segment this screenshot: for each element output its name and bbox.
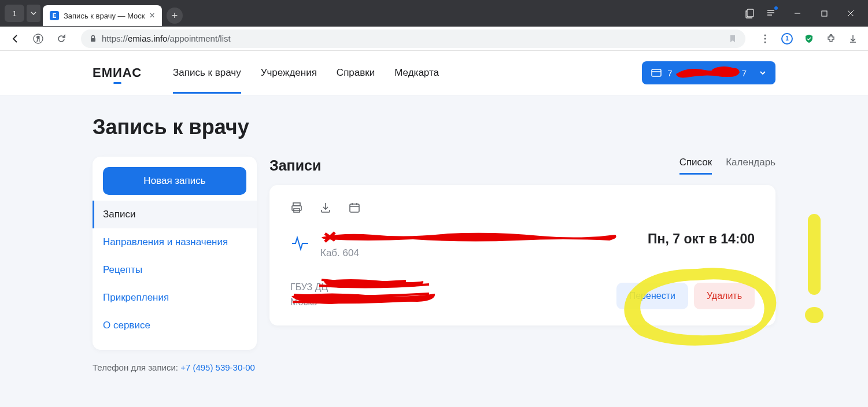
- phone-info: Телефон для записи: +7 (495) 539-30-00: [93, 362, 257, 372]
- collections-icon[interactable]: [742, 5, 758, 21]
- user-id-prefix: 7: [667, 68, 672, 78]
- extension-1password-icon[interactable]: 1: [779, 31, 795, 47]
- browser-tab-active[interactable]: Е Запись к врачу — Моск ×: [43, 5, 162, 26]
- sidebar-item-referrals[interactable]: Направления и назначения: [93, 228, 257, 256]
- tab-close-icon[interactable]: ×: [150, 10, 155, 21]
- site-logo[interactable]: ЕМИАС: [93, 65, 142, 80]
- appointment-room: Каб. 604: [320, 247, 620, 259]
- appointment-actions: Перенести Удалить: [616, 283, 755, 309]
- card-icon: [651, 69, 662, 77]
- svg-rect-3: [91, 38, 95, 42]
- sidebar-item-attachments[interactable]: Прикрепления: [93, 284, 257, 312]
- nav-certificates[interactable]: Справки: [337, 52, 375, 94]
- new-appointment-button[interactable]: Новая запись: [103, 167, 246, 195]
- reload-button[interactable]: [53, 31, 69, 47]
- window-minimize-button[interactable]: [785, 4, 810, 23]
- download-icon[interactable]: [319, 201, 332, 214]
- reschedule-button[interactable]: Перенести: [616, 283, 688, 309]
- tab-list[interactable]: Список: [679, 157, 712, 175]
- appointment-card: Каб. 604 Пн, 7 окт в 14:00 ГБУЗ ДЦ Москв: [269, 185, 775, 325]
- appointment-doctor-line: [320, 231, 620, 244]
- tab-counter[interactable]: 1: [5, 5, 24, 22]
- appointment-info: Каб. 604: [320, 231, 620, 259]
- browser-tab-bar: 1 Е Запись к врачу — Моск × +: [0, 0, 868, 27]
- tab-calendar[interactable]: Календарь: [726, 157, 775, 175]
- sidebar-card: Новая запись Записи Направления и назнач…: [93, 157, 257, 350]
- page-content: ЕМИАС Запись к врачу Учреждения Справки …: [0, 51, 868, 407]
- svg-point-9: [711, 66, 737, 77]
- menu-dots-icon[interactable]: [757, 31, 773, 47]
- download-arrow-icon[interactable]: [845, 31, 861, 47]
- nav-institutions[interactable]: Учреждения: [261, 52, 317, 94]
- site-header: ЕМИАС Запись к врачу Учреждения Справки …: [0, 51, 868, 95]
- sidebar: Новая запись Записи Направления и назнач…: [93, 157, 257, 372]
- appointment-address: ГБУЗ ДЦ Москв: [290, 280, 605, 309]
- pulse-icon: [290, 234, 310, 253]
- chevron-down-icon: [759, 71, 766, 75]
- delete-button[interactable]: Удалить: [694, 283, 755, 309]
- svg-point-6: [764, 41, 766, 43]
- redaction-mark: [678, 67, 736, 79]
- appointment-time: Пн, 7 окт в 14:00: [648, 231, 755, 247]
- tab-dropdown[interactable]: [27, 5, 40, 22]
- browser-address-bar: https://emias.info/appointment/list 1: [0, 27, 868, 51]
- page-title: Запись к врачу: [93, 115, 775, 139]
- bookmark-icon[interactable]: [728, 34, 737, 43]
- new-tab-button[interactable]: +: [167, 8, 183, 24]
- calendar-icon[interactable]: [348, 201, 361, 214]
- section-title: Записи: [269, 157, 321, 174]
- svg-point-5: [764, 38, 766, 39]
- svg-rect-0: [747, 9, 754, 17]
- yandex-home-icon[interactable]: [30, 31, 46, 47]
- svg-point-4: [764, 34, 766, 36]
- extension-shield-icon[interactable]: [801, 31, 817, 47]
- tab-favicon-icon: Е: [50, 11, 59, 20]
- user-account-button[interactable]: 7 7: [642, 61, 775, 84]
- downloads-icon[interactable]: [763, 5, 779, 21]
- sidebar-item-prescriptions[interactable]: Рецепты: [93, 256, 257, 284]
- redaction-mark: [320, 230, 621, 243]
- nav-appointment[interactable]: Запись к врачу: [173, 52, 241, 94]
- view-tabs: Список Календарь: [679, 157, 775, 175]
- sidebar-item-appointments[interactable]: Записи: [93, 201, 257, 228]
- svg-rect-8: [652, 69, 661, 76]
- svg-rect-13: [350, 204, 359, 212]
- appointment-toolbar: [290, 201, 755, 214]
- tab-title: Запись к врачу — Моск: [64, 12, 145, 20]
- back-button[interactable]: [7, 31, 23, 47]
- extensions-icon[interactable]: [823, 31, 839, 47]
- window-maximize-button[interactable]: [811, 4, 837, 23]
- url-input[interactable]: https://emias.info/appointment/list: [81, 29, 745, 48]
- url-text: https://emias.info/appointment/list: [102, 34, 231, 43]
- phone-link[interactable]: +7 (495) 539-30-00: [180, 362, 255, 372]
- main-column: Записи Список Календарь: [269, 157, 775, 325]
- sidebar-item-about[interactable]: О сервисе: [93, 312, 257, 339]
- main-nav: Запись к врачу Учреждения Справки Медкар…: [173, 52, 439, 94]
- lock-icon: [89, 35, 97, 43]
- svg-rect-1: [822, 11, 827, 16]
- nav-medcard[interactable]: Медкарта: [394, 52, 439, 94]
- print-icon[interactable]: [290, 201, 303, 214]
- window-close-button[interactable]: [838, 4, 863, 23]
